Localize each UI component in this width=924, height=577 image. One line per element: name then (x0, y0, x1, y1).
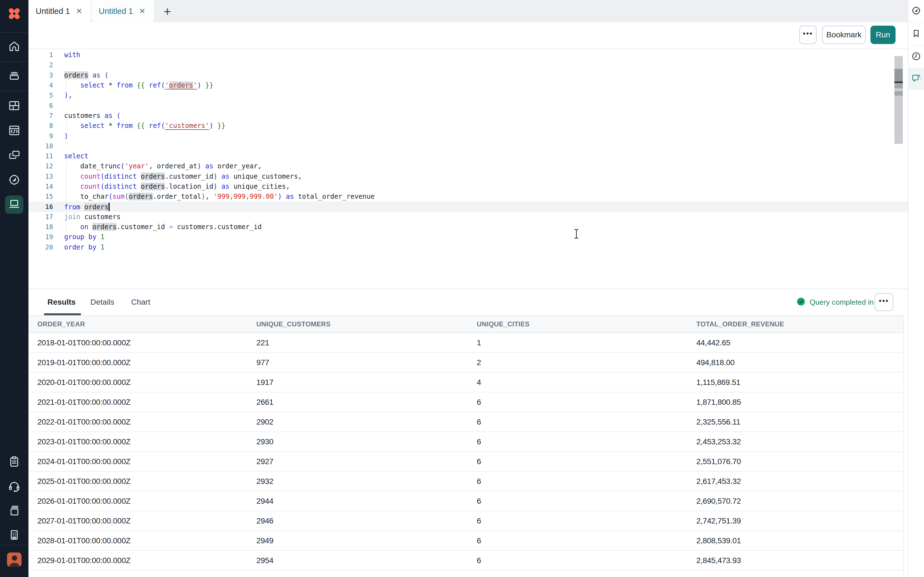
code-line[interactable]: 16from orders (29, 201, 908, 211)
sidebar-item-explore[interactable] (0, 169, 29, 192)
line-number: 10 (29, 142, 53, 150)
table-cell: 2020-01-01T00:00:00.000Z (37, 378, 131, 387)
table-row[interactable]: 2021-01-01T00:00:00.000Z266161,871,800.8… (29, 392, 903, 412)
right-item-history[interactable] (908, 46, 924, 68)
table-cell: 2018-01-01T00:00:00.000Z (37, 338, 131, 347)
app-window: Untitled 1 ✕ Untitled 1 ✕ + ••• Bookmark… (0, 0, 924, 577)
close-icon[interactable]: ✕ (139, 7, 145, 16)
line-number: 3 (29, 72, 53, 79)
tab-label: Untitled 1 (99, 7, 133, 16)
sidebar-item-screens[interactable] (0, 144, 29, 167)
code-line[interactable]: 9) (29, 131, 908, 141)
table-row[interactable]: 2026-01-01T00:00:00.000Z294462,690,570.7… (29, 492, 903, 511)
screens-icon (8, 148, 21, 163)
mouse-text-cursor (573, 229, 580, 239)
divider (0, 61, 29, 62)
line-number: 18 (29, 223, 53, 230)
scrollbar-thumb[interactable] (895, 69, 903, 83)
code-line[interactable]: 1with (29, 50, 908, 60)
table-cell: 2028-01-01T00:00:00.000Z (37, 536, 131, 545)
tab-chart[interactable]: Chart (131, 289, 150, 315)
sidebar-item-code[interactable] (0, 119, 29, 143)
code-line[interactable]: 20order by 1 (29, 242, 908, 252)
main-area: Untitled 1 ✕ Untitled 1 ✕ + ••• Bookmark… (29, 0, 908, 577)
left-sidebar (0, 0, 29, 577)
code-line[interactable]: 13 count(distinct orders.customer_id) as… (29, 171, 908, 182)
table-row[interactable]: 2027-01-01T00:00:00.000Z294662,742,751.3… (29, 511, 903, 531)
table-row[interactable]: 2025-01-01T00:00:00.000Z293262,617,453.3… (29, 472, 903, 492)
table-row[interactable]: 2019-01-01T00:00:00.000Z9772494,818.00 (29, 353, 903, 373)
right-item-bookmarks[interactable] (908, 23, 924, 45)
table-header-row: ORDER_YEARUNIQUE_CUSTOMERSUNIQUE_CITIEST… (29, 315, 903, 333)
run-button[interactable]: Run (871, 26, 895, 44)
table-cell: 6 (477, 417, 481, 427)
line-number: 7 (29, 112, 53, 119)
divider (0, 32, 29, 33)
table-cell: 6 (477, 516, 481, 525)
table-cell: 1,871,800.85 (696, 398, 741, 407)
results-table: ORDER_YEARUNIQUE_CUSTOMERSUNIQUE_CITIEST… (29, 315, 904, 577)
table-cell: 2944 (256, 497, 273, 506)
code-line[interactable]: 18 on orders.customer_id = customers.cus… (29, 222, 908, 232)
table-row[interactable]: 2020-01-01T00:00:00.000Z191741,115,869.5… (29, 373, 903, 392)
sidebar-item-org[interactable] (0, 524, 29, 547)
table-cell: 1,841,049.32 (696, 576, 741, 577)
code-line[interactable]: 12 date_trunc('year', ordered_at) as ord… (29, 161, 908, 171)
table-cell: 2,453,253.32 (696, 437, 741, 446)
sidebar-item-support[interactable] (0, 475, 29, 498)
table-row[interactable]: 2028-01-01T00:00:00.000Z294962,808,539.0… (29, 531, 903, 551)
code-line[interactable]: 14 count(distinct orders.location_id) as… (29, 182, 908, 192)
tab-details[interactable]: Details (90, 289, 115, 315)
right-sidebar (908, 0, 924, 577)
table-row[interactable]: 2023-01-01T00:00:00.000Z293062,453,253.3… (29, 432, 903, 452)
table-cell: 2902 (256, 417, 273, 427)
sidebar-item-home[interactable] (0, 35, 29, 58)
line-number: 2 (29, 61, 53, 69)
hex-logo-icon[interactable] (6, 6, 22, 22)
line-number: 9 (29, 132, 53, 140)
table-row[interactable]: 2022-01-01T00:00:00.000Z290262,325,556.1… (29, 412, 903, 432)
tab-untitled-1[interactable]: Untitled 1 ✕ (29, 0, 91, 22)
line-number: 16 (29, 203, 53, 210)
code-line[interactable]: 6 (29, 100, 908, 110)
tab-results[interactable]: Results (47, 289, 76, 315)
right-item-ai-assistant[interactable] (908, 69, 924, 89)
close-icon[interactable]: ✕ (76, 7, 82, 16)
code-line[interactable]: 19group by 1 (29, 232, 908, 242)
more-options-button[interactable]: ••• (799, 26, 817, 44)
code-line[interactable]: 15 to_char(sum(orders.order_total), '999… (29, 192, 908, 201)
code-line[interactable]: 2 (29, 60, 908, 70)
code-line[interactable]: 4 select * from {{ ref('orders') }} (29, 80, 908, 90)
divider (908, 89, 924, 90)
code-line[interactable]: 10 (29, 141, 908, 151)
user-avatar[interactable] (7, 553, 21, 567)
tab-untitled-1-active[interactable]: Untitled 1 ✕ (91, 0, 154, 22)
table-row[interactable]: 2018-01-01T00:00:00.000Z221144,442.65 (29, 333, 903, 353)
code-line[interactable]: 17join customers (29, 212, 908, 222)
table-cell: 44,442.65 (696, 338, 730, 347)
editor-scrollbar[interactable] (895, 56, 903, 144)
laptop-icon (8, 198, 21, 211)
sidebar-item-docs[interactable] (0, 499, 29, 523)
new-tab-button[interactable]: + (160, 3, 175, 19)
code-line[interactable]: 5), (29, 90, 908, 100)
table-cell: 494,818.00 (696, 358, 735, 367)
bookmark-button[interactable]: Bookmark (822, 26, 866, 44)
results-more-button[interactable]: ••• (875, 293, 893, 311)
right-item-explore[interactable] (908, 0, 924, 22)
table-cell: 2025-01-01T00:00:00.000Z (37, 477, 131, 486)
code-line[interactable]: 8 select * from {{ ref('customers') }} (29, 121, 908, 131)
code-line[interactable]: 3orders as ( (29, 70, 908, 80)
code-line[interactable]: 11select (29, 151, 908, 161)
table-cell: 6 (477, 556, 481, 565)
sql-editor[interactable]: 1with23orders as (4 select * from {{ ref… (29, 49, 908, 288)
table-row[interactable]: 2029-01-01T00:00:00.000Z295462,845,473.9… (29, 551, 903, 571)
sidebar-item-templates[interactable] (0, 450, 29, 474)
table-row[interactable]: 2030-01-01T00:00:00.000Z287961,841,049.3… (29, 571, 903, 577)
code-line[interactable]: 7customers as ( (29, 111, 908, 121)
sidebar-item-apps[interactable] (0, 95, 29, 118)
sidebar-item-compute-active[interactable] (5, 195, 23, 214)
table-row[interactable]: 2024-01-01T00:00:00.000Z292762,551,076.7… (29, 452, 903, 472)
sidebar-item-projects[interactable] (0, 64, 29, 87)
table-cell: 2,845,473.93 (696, 556, 741, 565)
